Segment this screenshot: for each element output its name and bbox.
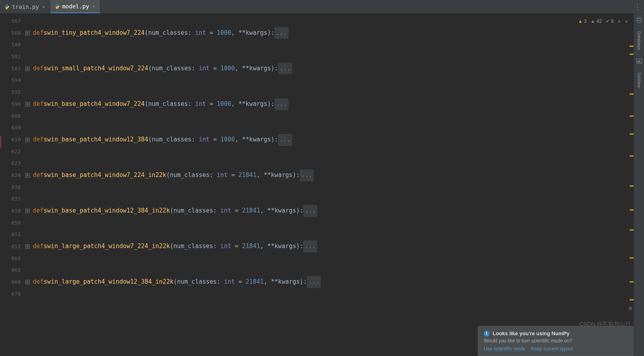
line-number: 666 [0,276,21,288]
line-number: 622 [0,146,21,158]
python-icon [54,4,60,9]
sciview-tool[interactable]: SciView [637,72,642,88]
warnings-weak[interactable]: ▲ 42 [590,18,602,24]
code-line[interactable] [33,51,634,63]
typos[interactable]: ✔ 9 [606,18,614,24]
code-line[interactable]: def swin_base_patch4_window12_384(num_cl… [33,134,634,146]
database-tool[interactable]: Database [637,31,642,50]
editor-tabs: train.py × model.py × ⋮ [0,0,644,14]
code-line[interactable]: def swin_small_patch4_window7_224(num_cl… [33,63,634,75]
code-line[interactable] [33,39,634,51]
code-line[interactable] [33,181,634,193]
inspection-summary[interactable]: ▲ 3 ▲ 42 ✔ 9 ∧ ∨ [575,18,630,25]
database-icon[interactable] [636,17,642,23]
code-line[interactable] [33,122,634,134]
code-line[interactable] [33,146,634,158]
line-number: 568 [0,27,21,39]
code-line[interactable]: def swin_base_patch4_window7_224(num_cla… [33,98,634,110]
line-number: 665 [0,264,21,276]
code-line[interactable] [33,86,634,98]
line-number: 651 [0,229,21,241]
code-line[interactable] [33,157,634,169]
stripe-marker[interactable] [630,93,634,95]
line-number: 664 [0,253,21,265]
tab-label: model.py [62,3,89,10]
fold-toggle[interactable]: + [25,244,30,249]
sciview-icon[interactable] [636,58,642,64]
fold-toggle[interactable]: + [25,137,30,142]
line-number: 580 [0,39,21,51]
code-line[interactable]: def swin_large_patch4_window7_224_in22k(… [33,241,634,253]
tab-train[interactable]: train.py × [0,0,50,13]
tab-model[interactable]: model.py × [50,0,101,13]
stripe-marker[interactable] [630,281,634,282]
fold-toggle[interactable]: + [25,102,30,107]
stripe-marker[interactable] [630,299,634,300]
line-number: 594 [0,74,21,86]
code-line[interactable] [33,74,634,86]
stripe-marker[interactable] [630,46,634,47]
line-number: 636 [0,181,21,193]
line-number: 623 [0,157,21,169]
python-icon [4,4,10,10]
keep-layout-link[interactable]: Keep current layout [531,346,572,352]
fold-toggle[interactable]: + [25,173,30,178]
fold-toggle[interactable]: + [25,280,30,284]
code-line[interactable] [33,288,634,300]
line-number: 608 [0,110,21,122]
line-number: 609 [0,122,21,134]
fold-toggle[interactable]: + [25,31,30,36]
more-icon[interactable]: ⋮ [634,2,641,11]
warnings-yellow[interactable]: ▲ 3 [578,18,586,24]
svg-point-0 [637,17,641,19]
warning-icon: ▲ [578,18,582,24]
code-line[interactable] [33,229,634,241]
code-line[interactable] [33,15,634,27]
tabs-actions: ⋮ [634,0,644,13]
code-line[interactable]: def swin_base_patch4_window7_224_in22k(n… [33,169,634,181]
line-number: 650 [0,217,21,229]
fold-toggle[interactable]: + [25,209,30,213]
gear-icon[interactable]: ⚙ [629,305,632,311]
code-line[interactable] [33,193,634,205]
fold-gutter: ++++++++ [24,14,31,356]
stripe-marker[interactable] [630,185,634,187]
line-number: 624 [0,169,21,181]
use-scientific-link[interactable]: Use scientific mode [484,346,525,352]
fold-toggle[interactable]: + [25,66,30,71]
code-line[interactable] [33,264,634,276]
close-icon[interactable]: × [41,4,46,10]
right-toolbar: Database SciView [634,14,644,356]
close-icon[interactable]: × [91,4,96,9]
typo-count: 9 [611,18,614,24]
line-number: 567 [0,15,21,27]
line-number: 582 [0,63,21,75]
next-highlight-icon[interactable]: ∨ [625,19,628,24]
notification-body: Would you like to turn scientific mode o… [484,338,628,344]
stripe-marker[interactable] [630,155,634,157]
code-area[interactable]: def swin_tiny_patch4_window7_224(num_cla… [31,14,634,356]
warning-count: 3 [584,18,586,24]
code-line[interactable] [33,253,634,265]
code-line[interactable] [33,110,634,122]
stripe-marker[interactable] [630,133,634,135]
prev-highlight-icon[interactable]: ∧ [618,19,621,24]
change-marker [0,136,1,148]
line-number: 595 [0,86,21,98]
stripe-marker[interactable] [630,209,634,211]
line-number: 652 [0,241,21,253]
stripe-marker[interactable] [630,257,634,259]
code-line[interactable]: def swin_base_patch4_window12_384_in22k(… [33,205,634,217]
code-line[interactable] [33,217,634,229]
stripe-marker[interactable] [630,54,634,55]
code-line[interactable]: def swin_large_patch4_window12_384_in22k… [33,276,634,288]
info-icon: i [484,331,489,336]
editor: 5675685805815825945955966086096106226236… [0,14,644,356]
line-number-gutter: 5675685805815825945955966086096106226236… [0,14,24,356]
code-line[interactable]: def swin_tiny_patch4_window7_224(num_cla… [33,27,634,39]
line-number: 678 [0,288,21,300]
stripe-marker[interactable] [630,229,634,231]
weak-warning-count: 42 [596,18,602,24]
stripe-marker[interactable] [630,115,634,117]
svg-rect-3 [639,60,640,63]
